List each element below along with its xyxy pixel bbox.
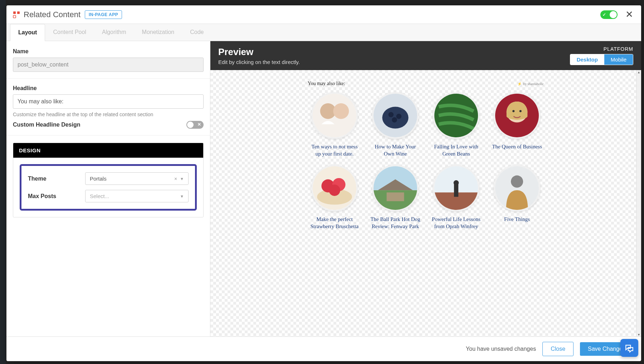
card-image (311, 92, 358, 139)
platform-toggle: Desktop Mobile (570, 54, 633, 65)
card-title: How to Make Your Own Wine (370, 143, 420, 158)
inpage-app-badge: IN-PAGE APP (85, 10, 122, 19)
chevron-down-icon: ▼ (180, 194, 184, 198)
modal-title: Related Content (24, 10, 80, 19)
svg-point-10 (392, 117, 397, 123)
svg-point-5 (333, 103, 349, 119)
app-icon (13, 11, 20, 18)
scroll-down-icon[interactable]: ▾ (636, 333, 641, 336)
card-image (372, 92, 419, 139)
platform-mobile[interactable]: Mobile (604, 54, 633, 65)
platform-desktop[interactable]: Desktop (570, 54, 604, 65)
card-image (311, 165, 358, 211)
design-header: DESIGN (13, 143, 203, 158)
custom-headline-label: Custom Headline Design (13, 122, 80, 128)
svg-point-27 (454, 180, 459, 186)
preview-card[interactable]: Falling In Love with Green Beans (431, 92, 481, 158)
chat-icon (625, 343, 634, 353)
preview-grid: Ten ways to not mess up your first date.… (308, 92, 544, 230)
modal-related-content: Related Content IN-PAGE APP ✓ ✕ Layout C… (6, 5, 641, 361)
card-title: Ten ways to not mess up your first date. (309, 143, 360, 158)
settings-panel: Name Headline Customize the headline at … (6, 41, 210, 336)
card-image (494, 165, 540, 211)
preview-subtitle: Edit by clicking on the text directly. (218, 59, 300, 65)
card-title: The Queen of Business (492, 143, 542, 150)
bolt-icon: ⚡ (517, 82, 522, 86)
check-icon: ✓ (602, 12, 606, 17)
x-icon: ✕ (197, 122, 201, 127)
close-icon[interactable]: ✕ (624, 9, 635, 20)
theme-label: Theme (28, 176, 85, 182)
svg-rect-3 (313, 94, 356, 137)
svg-rect-2 (13, 15, 16, 18)
preview-card[interactable]: Powerful Life Lessons from Oprah Winfrey (431, 165, 481, 230)
close-button[interactable]: Close (542, 342, 574, 356)
theme-select[interactable]: Portals × ▼ (85, 172, 189, 185)
tab-layout[interactable]: Layout (10, 24, 45, 41)
max-posts-label: Max Posts (28, 193, 85, 200)
svg-rect-26 (454, 183, 458, 197)
attribution: ⚡ by shareaholic (517, 82, 544, 86)
tab-algorithm[interactable]: Algorithm (94, 24, 134, 41)
svg-point-14 (512, 110, 514, 112)
preview-header: Preview Edit by clicking on the text dir… (210, 41, 641, 70)
preview-panel: Preview Edit by clicking on the text dir… (210, 41, 641, 336)
svg-rect-1 (17, 11, 20, 14)
svg-point-15 (519, 110, 522, 112)
preview-card[interactable]: Make the perfect Strawberry Bruschetta (309, 165, 360, 230)
platform-label: PLATFORM (570, 46, 633, 52)
svg-rect-0 (13, 11, 16, 14)
card-title: Five Things (492, 216, 542, 223)
tab-monetization[interactable]: Monetization (134, 24, 182, 41)
card-image (433, 92, 479, 139)
custom-headline-toggle[interactable]: ✕ (186, 121, 204, 129)
chevron-down-icon: ▼ (180, 177, 184, 181)
preview-headline[interactable]: You may also like: (308, 81, 345, 87)
modal-header: Related Content IN-PAGE APP ✓ ✕ (6, 5, 641, 24)
headline-label: Headline (13, 85, 204, 92)
card-image (372, 165, 419, 211)
tab-content-pool[interactable]: Content Pool (45, 24, 94, 41)
design-frame: Theme Portals × ▼ Max Posts (20, 164, 197, 211)
card-title: Falling In Love with Green Beans (431, 143, 481, 158)
unsaved-changes-msg: You have unsaved changes (466, 346, 536, 352)
scroll-up-icon[interactable]: ▴ (636, 70, 641, 74)
max-posts-select[interactable]: Select... ▼ (85, 190, 189, 202)
preview-title: Preview (218, 46, 300, 58)
card-image (494, 92, 540, 139)
svg-point-8 (388, 112, 394, 117)
svg-point-9 (396, 114, 401, 119)
preview-card[interactable]: Ten ways to not mess up your first date. (309, 92, 360, 158)
tabs: Layout Content Pool Algorithm Monetizati… (6, 24, 641, 41)
tab-code[interactable]: Code (182, 24, 211, 41)
scrollbar[interactable]: ▴ ▾ (636, 70, 641, 336)
design-section: DESIGN Theme Portals × ▼ (13, 143, 204, 217)
preview-card[interactable]: Five Things (492, 165, 542, 230)
clear-icon[interactable]: × (174, 176, 177, 182)
svg-rect-23 (387, 192, 404, 201)
card-title: The Ball Park Hot Dog Review: Fenway Par… (370, 216, 420, 230)
card-title: Powerful Life Lessons from Oprah Winfrey (431, 216, 481, 230)
card-title: Make the perfect Strawberry Bruschetta (309, 216, 360, 230)
card-image (433, 165, 479, 211)
svg-point-29 (511, 175, 523, 187)
name-label: Name (13, 48, 204, 55)
svg-point-20 (329, 185, 340, 196)
headline-input[interactable] (13, 94, 204, 109)
preview-canvas: You may also like: ⚡ by shareaholic Ten … (210, 70, 641, 336)
enabled-toggle[interactable]: ✓ (600, 10, 618, 19)
modal-footer: You have unsaved changes Close Save Chan… (6, 336, 641, 361)
preview-card[interactable]: The Queen of Business (492, 92, 542, 158)
preview-card[interactable]: How to Make Your Own Wine (370, 92, 420, 158)
name-input[interactable] (13, 58, 204, 72)
chat-widget[interactable] (620, 339, 638, 357)
preview-card[interactable]: The Ball Park Hot Dog Review: Fenway Par… (370, 165, 420, 230)
headline-help: Customize the headline at the top of the… (13, 112, 204, 117)
